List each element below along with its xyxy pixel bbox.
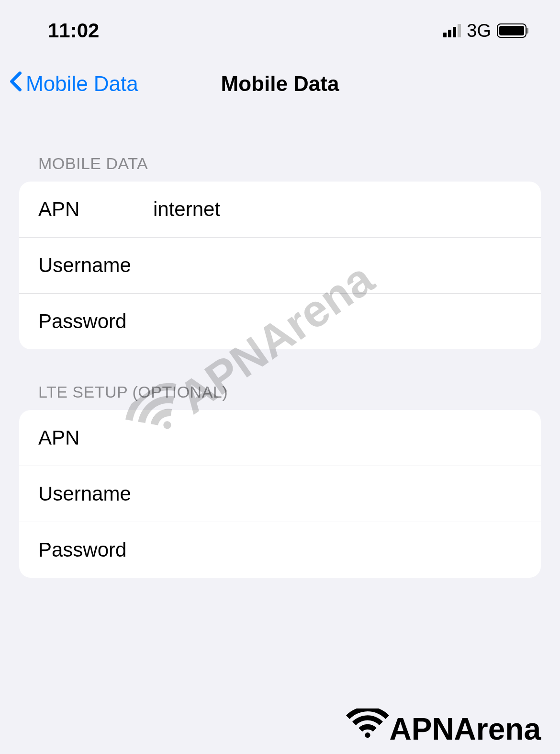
settings-group-lte-setup: APN Username Password (19, 410, 541, 578)
section-header-lte-setup: LTE SETUP (OPTIONAL) (0, 349, 560, 410)
page-title: Mobile Data (221, 72, 339, 96)
lte-password-row[interactable]: Password (19, 522, 541, 578)
chevron-left-icon (10, 71, 22, 97)
status-time: 11:02 (48, 19, 99, 42)
signal-icon (443, 24, 461, 37)
password-label: Password (38, 310, 153, 333)
lte-apn-row[interactable]: APN (19, 410, 541, 466)
network-type: 3G (467, 21, 491, 41)
status-bar: 11:02 3G (0, 0, 560, 57)
watermark-bottom: APNArena (346, 708, 541, 749)
settings-group-mobile-data: APN internet Username Password (19, 182, 541, 349)
back-button[interactable]: Mobile Data (10, 71, 138, 97)
lte-username-label: Username (38, 482, 153, 505)
nav-bar: Mobile Data Mobile Data (0, 57, 560, 121)
apn-label: APN (38, 198, 153, 221)
username-row[interactable]: Username (19, 238, 541, 294)
watermark-bottom-text: APNArena (389, 711, 541, 747)
status-indicators: 3G (443, 21, 526, 41)
wifi-icon (346, 708, 389, 749)
lte-username-row[interactable]: Username (19, 466, 541, 522)
section-header-mobile-data: MOBILE DATA (0, 121, 560, 182)
apn-row[interactable]: APN internet (19, 182, 541, 238)
username-label: Username (38, 254, 153, 277)
apn-value: internet (153, 198, 522, 221)
lte-apn-label: APN (38, 426, 153, 449)
password-row[interactable]: Password (19, 294, 541, 349)
lte-password-label: Password (38, 538, 153, 561)
back-label: Mobile Data (26, 72, 138, 96)
battery-icon (497, 23, 526, 38)
